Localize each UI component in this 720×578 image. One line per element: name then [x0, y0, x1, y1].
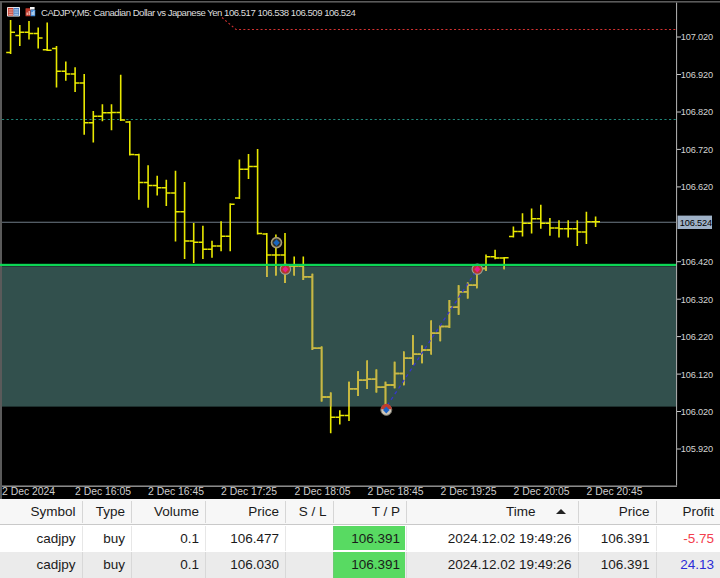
svg-text:107.020: 107.020	[681, 32, 713, 42]
svg-text:2 Dec 18:05: 2 Dec 18:05	[295, 486, 351, 497]
svg-text:106.220: 106.220	[681, 332, 713, 342]
svg-text:2 Dec 19:25: 2 Dec 19:25	[441, 486, 497, 497]
svg-text:2 Dec 20:45: 2 Dec 20:45	[587, 486, 643, 497]
svg-text:106.920: 106.920	[681, 70, 713, 80]
svg-text:2 Dec 20:05: 2 Dec 20:05	[514, 486, 570, 497]
svg-text:2 Dec 17:25: 2 Dec 17:25	[221, 486, 277, 497]
svg-text:2 Dec 18:45: 2 Dec 18:45	[368, 486, 424, 497]
svg-text:106.320: 106.320	[681, 295, 713, 305]
svg-text:2 Dec 16:05: 2 Dec 16:05	[75, 486, 131, 497]
svg-text:CADJPY,M5: Canadian Dollar vs: CADJPY,M5: Canadian Dollar vs Japanese Y…	[41, 7, 356, 18]
svg-text:106.120: 106.120	[681, 370, 713, 380]
svg-text:106.820: 106.820	[681, 107, 713, 117]
svg-text:2 Dec 2024: 2 Dec 2024	[2, 486, 55, 497]
svg-text:106.720: 106.720	[681, 145, 713, 155]
svg-text:105.920: 105.920	[681, 444, 713, 454]
svg-text:106.524: 106.524	[680, 218, 712, 228]
svg-text:2 Dec 16:45: 2 Dec 16:45	[148, 486, 204, 497]
svg-text:106.020: 106.020	[681, 407, 713, 417]
svg-text:106.620: 106.620	[681, 182, 713, 192]
svg-text:106.420: 106.420	[681, 257, 713, 267]
